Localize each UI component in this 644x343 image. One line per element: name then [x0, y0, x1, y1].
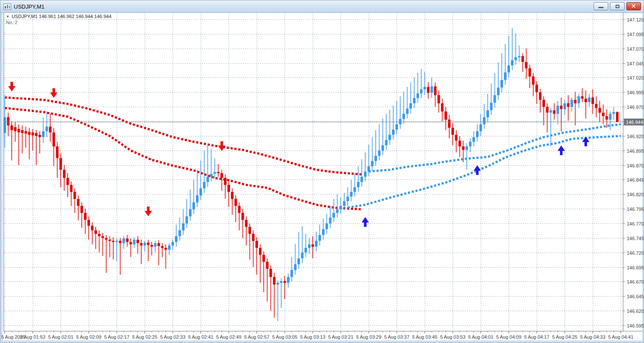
candle-body — [336, 210, 339, 213]
window-title: USDJPY,M1 — [14, 3, 44, 10]
time-axis-label: 5 Aug 03:13 — [300, 334, 326, 340]
ohlc-text: USDJPY,M1 146.961 146.962 146.944 146.94… — [12, 14, 112, 19]
candle-body — [402, 114, 405, 119]
candle-body — [203, 182, 205, 188]
candle-body — [206, 177, 209, 182]
time-axis-label: 5 Aug 02:01 — [48, 334, 74, 340]
candle-body — [137, 240, 139, 243]
candle-body — [21, 130, 24, 133]
candle-body — [234, 199, 237, 206]
candle-body — [518, 56, 520, 57]
candle-body — [585, 99, 587, 102]
candle-body — [224, 178, 227, 185]
candle-body — [570, 100, 573, 107]
candle-body — [10, 126, 13, 130]
price-axis-label: 146.745 — [627, 236, 644, 241]
candle-body — [42, 131, 44, 137]
candle-body — [427, 87, 429, 93]
candle-body — [119, 241, 121, 243]
candle-body — [333, 213, 335, 218]
candle-body — [535, 85, 538, 93]
candle-body — [102, 236, 104, 238]
minimize-button[interactable] — [594, 2, 608, 10]
candle-body — [161, 246, 164, 248]
candle-body — [553, 110, 556, 114]
candle-body — [329, 218, 332, 224]
candle-body — [35, 133, 37, 136]
symbol-dropdown-icon[interactable]: ▼ — [6, 15, 9, 19]
candle-body — [154, 243, 156, 247]
candle-body — [311, 244, 314, 247]
candle-body — [7, 117, 9, 126]
candle-body — [382, 145, 384, 151]
restore-button[interactable] — [610, 2, 625, 10]
price-axis-label: 146.845 — [627, 177, 644, 182]
price-axis-label: 146.770 — [627, 221, 644, 226]
candle-body — [84, 213, 87, 220]
time-axis-label: 5 Aug 02:49 — [216, 334, 242, 340]
candle-body — [193, 202, 195, 209]
candle-body — [483, 117, 485, 124]
time-axis-label: 5 Aug 02:09 — [76, 334, 102, 340]
price-axis-label: 146.895 — [627, 148, 644, 154]
candle-body — [371, 161, 373, 166]
candle-body — [343, 201, 345, 206]
chart-window: 147.120147.095147.070147.045147.020146.9… — [0, 0, 644, 343]
candle-body — [525, 62, 528, 68]
chart-canvas[interactable]: 147.120147.095147.070147.045147.020146.9… — [0, 0, 644, 343]
price-axis-label: 146.995 — [627, 90, 644, 95]
candle-body — [31, 133, 34, 136]
candle-body — [245, 220, 248, 227]
candle-body — [63, 170, 65, 178]
candle-body — [280, 281, 283, 283]
candle-body — [94, 230, 97, 234]
price-axis-label: 146.720 — [627, 250, 644, 256]
candle-body — [469, 142, 472, 146]
minimize-icon — [598, 7, 604, 8]
chart-client-area — [3, 12, 642, 340]
candle-body — [399, 119, 401, 124]
current-price-badge: 146.944 — [624, 119, 644, 126]
candle-body — [529, 68, 531, 77]
price-axis-label: 146.620 — [627, 309, 644, 314]
candle-body — [318, 235, 321, 241]
candle-body — [301, 253, 304, 259]
candle-body — [539, 92, 541, 100]
candle-body — [189, 210, 192, 216]
candle-body — [18, 129, 20, 133]
window-titlebar[interactable]: USDJPY,M1 ✕ — [0, 0, 644, 13]
candle-body — [507, 65, 510, 72]
candle-body — [542, 100, 545, 107]
close-icon: ✕ — [632, 3, 636, 9]
candle-body — [221, 173, 223, 178]
candle-body — [287, 277, 289, 283]
candle-body — [105, 238, 108, 240]
candle-body — [130, 242, 132, 244]
candle-body — [283, 281, 286, 283]
candle-body — [361, 177, 363, 182]
candle-body — [486, 110, 489, 117]
candle-body — [277, 283, 279, 284]
restore-icon — [616, 5, 619, 8]
candle-body — [490, 103, 492, 111]
time-axis-label: 5 Aug 02:25 — [132, 334, 158, 340]
candle-body — [182, 223, 184, 230]
close-button[interactable]: ✕ — [626, 2, 641, 10]
candle-body — [242, 213, 244, 220]
current-price-badge-label: 146.944 — [626, 120, 643, 125]
candle-body — [546, 107, 548, 113]
candle-body — [346, 197, 349, 201]
time-axis-label: 5 Aug 04:33 — [580, 334, 606, 340]
time-axis-label: 5 Aug 04:09 — [496, 334, 522, 340]
candle-body — [77, 199, 80, 206]
candle-body — [595, 104, 597, 108]
candle-body — [140, 243, 143, 245]
candle-body — [591, 98, 594, 104]
candle-body — [165, 248, 167, 250]
candle-body — [227, 185, 230, 192]
candle-body — [557, 105, 559, 114]
candle-body — [115, 241, 118, 242]
candle-body — [410, 103, 412, 108]
candle-body — [511, 60, 513, 65]
candle-body — [74, 192, 76, 199]
